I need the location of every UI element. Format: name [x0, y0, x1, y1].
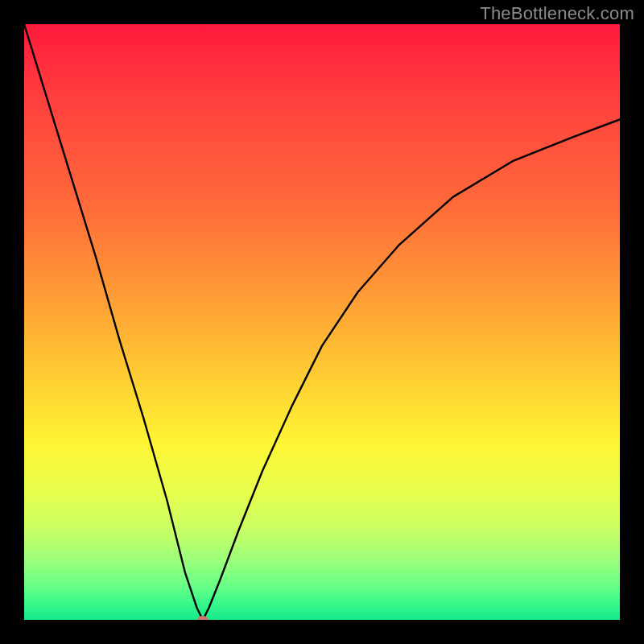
watermark-text: TheBottleneck.com: [480, 3, 634, 24]
bottleneck-curve: [24, 24, 620, 620]
plot-area: [24, 24, 620, 620]
minimum-marker: [197, 616, 208, 620]
chart-frame: TheBottleneck.com: [0, 0, 644, 644]
